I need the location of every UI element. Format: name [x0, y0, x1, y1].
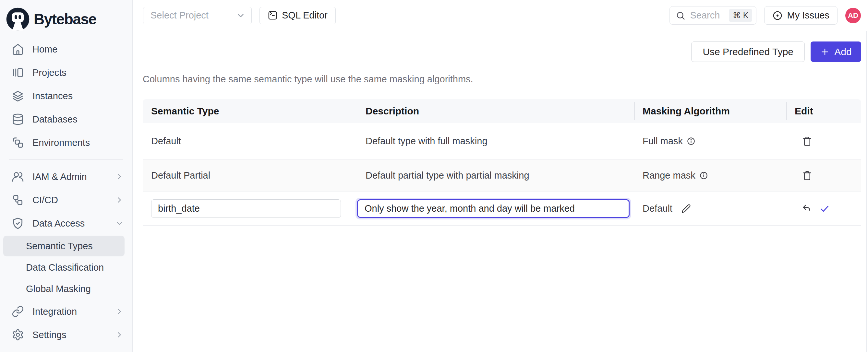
sidebar-item-home[interactable]: Home [0, 38, 132, 61]
brand-name: Bytebase [34, 10, 96, 28]
sidebar-item-label: Environments [32, 137, 124, 148]
add-label: Add [834, 46, 851, 57]
masking-algorithm-cell: Range mask [634, 170, 786, 181]
environments-icon [12, 136, 24, 149]
sidebar-item-environments[interactable]: Environments [0, 131, 132, 154]
link-icon [12, 305, 24, 318]
my-issues-button[interactable]: My Issues [764, 6, 838, 25]
delete-button[interactable] [802, 136, 812, 147]
chevron-down-icon [236, 11, 246, 21]
chevron-right-icon [115, 195, 124, 204]
sidebar-item-label: Integration [32, 306, 106, 317]
table-header-row: Semantic Type Description Masking Algori… [143, 99, 861, 123]
semantic-type-cell: Default [143, 136, 357, 147]
search-placeholder: Search [690, 10, 724, 21]
sidebar-item-label: Semantic Types [26, 241, 93, 252]
sidebar-item-label: IAM & Admin [32, 171, 106, 182]
users-icon [12, 170, 24, 183]
column-header-semantic-type: Semantic Type [143, 99, 357, 123]
column-header-edit: Edit [786, 99, 861, 123]
chevron-right-icon [115, 330, 124, 339]
masking-algorithm-label: Full mask [643, 136, 683, 147]
sidebar-item-data-access[interactable]: Data Access [0, 212, 132, 235]
search-icon [676, 11, 685, 21]
delete-button[interactable] [802, 170, 812, 181]
masking-algorithm-label: Range mask [643, 170, 695, 181]
chevron-right-icon [115, 307, 124, 316]
gear-icon [12, 329, 24, 341]
table-row: Default Default type with full masking F… [143, 123, 861, 159]
sidebar-item-label: Projects [32, 67, 124, 78]
avatar-initials: AD [848, 11, 858, 20]
sidebar-item-semantic-types[interactable]: Semantic Types [3, 236, 125, 256]
sidebar-item-label: Settings [32, 330, 106, 340]
my-issues-label: My Issues [787, 10, 829, 21]
home-icon [12, 43, 24, 56]
projects-icon [12, 66, 24, 79]
edit-cell [786, 203, 861, 214]
shield-check-icon [12, 217, 24, 229]
terminal-icon [268, 10, 278, 21]
add-button[interactable]: Add [811, 41, 861, 62]
bytebase-logo-icon [5, 6, 30, 32]
column-header-masking-algorithm: Masking Algorithm [634, 99, 786, 123]
sidebar-item-instances[interactable]: Instances [0, 84, 132, 107]
masking-algorithm-cell: Default [634, 203, 786, 214]
scrollbar-track[interactable] [866, 31, 867, 352]
chevron-down-icon [115, 219, 124, 228]
project-select-placeholder: Select Project [151, 10, 236, 21]
confirm-button[interactable] [819, 203, 830, 214]
sidebar-item-data-classification[interactable]: Data Classification [3, 257, 125, 278]
sidebar: Bytebase Home Projects Instances Databa [0, 0, 133, 352]
semantic-type-input[interactable] [151, 199, 341, 218]
description-input[interactable] [357, 199, 629, 218]
description-cell: Default type with full masking [357, 136, 634, 147]
sidebar-item-label: Databases [32, 114, 124, 125]
sidebar-item-integration[interactable]: Integration [0, 300, 132, 323]
edit-algorithm-button[interactable] [681, 204, 691, 213]
undo-button[interactable] [802, 203, 812, 214]
page-note: Columns having the same semantic type wi… [143, 74, 861, 85]
page-actions: Use Predefined Type Add [143, 41, 861, 62]
edit-cell [786, 170, 861, 181]
sidebar-item-label: Data Access [32, 218, 106, 229]
use-predefined-type-button[interactable]: Use Predefined Type [691, 41, 805, 62]
chevron-right-icon [115, 172, 124, 181]
info-icon[interactable] [687, 137, 695, 146]
semantic-type-cell: Default Partial [143, 170, 357, 181]
sidebar-item-global-masking[interactable]: Global Masking [3, 279, 125, 299]
info-icon[interactable] [699, 171, 708, 180]
column-header-description: Description [357, 99, 634, 123]
sidebar-item-label: Global Masking [26, 284, 91, 294]
edit-cell [786, 136, 861, 147]
instances-icon [12, 90, 24, 102]
circle-dot-icon [772, 10, 783, 21]
avatar[interactable]: AD [845, 8, 861, 23]
table-row: Default [143, 192, 861, 226]
masking-algorithm-cell: Full mask [634, 136, 786, 147]
main-area: Select Project SQL Editor Search ⌘ K My … [133, 0, 868, 352]
sidebar-item-label: Instances [32, 91, 124, 101]
sidebar-item-settings[interactable]: Settings [0, 323, 132, 347]
search-input[interactable]: Search ⌘ K [670, 6, 756, 25]
sidebar-item-label: Data Classification [26, 262, 104, 273]
plus-icon [820, 47, 830, 57]
sidebar-nav: Home Projects Instances Databases Enviro [0, 35, 132, 347]
project-select[interactable]: Select Project [143, 7, 252, 24]
sidebar-divider [9, 159, 123, 160]
use-predefined-type-label: Use Predefined Type [703, 46, 794, 57]
topbar: Select Project SQL Editor Search ⌘ K My … [133, 0, 868, 31]
table-row: Default Partial Default partial type wit… [143, 159, 861, 192]
sidebar-item-label: Home [32, 44, 124, 55]
workflow-icon [12, 194, 24, 206]
sidebar-item-cicd[interactable]: CI/CD [0, 188, 132, 212]
semantic-types-table: Semantic Type Description Masking Algori… [143, 99, 861, 226]
sql-editor-button[interactable]: SQL Editor [259, 7, 336, 24]
sidebar-item-label: CI/CD [32, 195, 106, 205]
sidebar-item-projects[interactable]: Projects [0, 61, 132, 84]
sidebar-item-iam-admin[interactable]: IAM & Admin [0, 165, 132, 188]
databases-icon [12, 113, 24, 125]
sidebar-item-databases[interactable]: Databases [0, 107, 132, 131]
description-cell [357, 199, 634, 218]
bytebase-logo[interactable]: Bytebase [0, 5, 132, 35]
